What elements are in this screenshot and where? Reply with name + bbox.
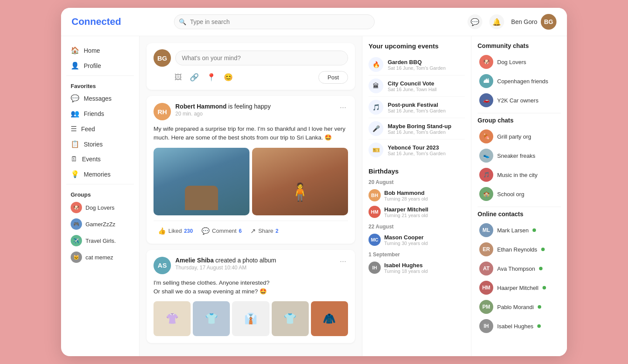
online-indicator — [532, 228, 536, 232]
chat-name-school: School org — [497, 191, 524, 197]
sidebar-group-cat[interactable]: 🐱 cat memez — [66, 249, 134, 265]
birthday-bob-hammond[interactable]: BH Bob Hammond Turning 28 years old — [369, 187, 465, 204]
birthday-mason-cooper[interactable]: MC Mason Cooper Turning 30 years old — [369, 231, 465, 248]
home-icon: 🏠 — [71, 46, 79, 54]
event-date-standup: Sat 16 June, Tom's Garden — [388, 129, 465, 135]
sidebar-memories-label: Memories — [84, 171, 110, 178]
user-menu[interactable]: Ben Goro BG — [511, 14, 556, 30]
chat-name-y2k: Y2K Car owners — [497, 97, 539, 104]
contact-ava-thompson[interactable]: AT Ava Thompson — [478, 259, 561, 278]
sidebar-feed-label: Feed — [81, 126, 95, 133]
event-date-festival: Sat 16 June, Tom's Garden — [388, 108, 465, 113]
sidebar-item-memories[interactable]: 💡 Memories — [66, 167, 134, 181]
online-contacts-title: Online contacts — [478, 211, 561, 218]
birthday-isabel-hughes[interactable]: IH Isabel Hughes Turning 18 years old — [369, 259, 465, 276]
post1-like-button[interactable]: 👍 Liked 230 — [154, 225, 197, 237]
online-indicator — [537, 324, 541, 328]
right-panel: Your upcoming events 🔥 Garden BBQ Sat 16… — [362, 36, 471, 356]
birthday-info-mason: Mason Cooper Turning 30 years old — [384, 234, 465, 246]
post1-image-2 — [252, 148, 348, 215]
online-indicator — [543, 286, 546, 289]
composer-input[interactable] — [175, 51, 348, 65]
chat-icon-button[interactable]: 💬 — [468, 14, 482, 29]
location-button[interactable]: 📍 — [206, 72, 217, 83]
post2-time: Thursday, 17 August 10:40 AM — [175, 265, 334, 271]
chat-school-org[interactable]: 🏫 School org — [478, 185, 561, 203]
birthday-date-sep1: 1 September — [369, 252, 465, 258]
post1-share-label: Share — [258, 228, 273, 234]
post1-time: 20 min. ago — [175, 111, 334, 117]
chat-avatar-dog-lovers: 🐶 — [479, 55, 493, 69]
birthday-name-mason: Mason Cooper — [384, 234, 465, 241]
community-divider-2 — [478, 207, 561, 207]
sidebar-item-profile[interactable]: 👤 Profile — [66, 58, 134, 73]
sidebar-item-friends[interactable]: 👥 Friends — [66, 106, 134, 121]
birthday-avatar-bob: BH — [369, 189, 381, 201]
chat-grill-party[interactable]: 🍖 Grill party org — [478, 127, 561, 146]
post2-more-button[interactable]: ··· — [338, 257, 348, 266]
community-panel: Community chats 🐶 Dog Lovers 🏙 Copenhage… — [471, 36, 567, 356]
header-right: 💬 🔔 Ben Goro BG — [468, 14, 556, 30]
sidebar-item-home[interactable]: 🏠 Home — [66, 43, 134, 58]
sidebar-item-events[interactable]: 🗓 Events — [66, 152, 134, 166]
event-beyonce[interactable]: 🎫 Yeboncé Tour 2023 Sat 16 June, Tom's G… — [369, 139, 465, 160]
event-name-festival: Post-punk Festival — [388, 102, 465, 108]
sidebar-item-stories[interactable]: 📋 Stories — [66, 137, 134, 151]
events-icon: 🗓 — [71, 155, 78, 163]
chat-sneaker-freaks[interactable]: 👟 Sneaker freaks — [478, 146, 561, 165]
chat-music-city[interactable]: 🎵 Music in the city — [478, 166, 561, 184]
contact-isabel-hughes[interactable]: IH Isabel Hughes — [478, 317, 561, 335]
birthday-haarper-mitchell[interactable]: HM Haarper Mitchell Turning 21 years old — [369, 204, 465, 220]
search-input[interactable] — [174, 14, 375, 29]
post1-comment-count: 6 — [239, 228, 242, 234]
post-card-2: AS Amelie Shiba created a photo album Th… — [147, 250, 355, 344]
link-attach-button[interactable]: 🔗 — [189, 72, 200, 83]
online-indicator — [539, 267, 543, 270]
chat-copenhagen[interactable]: 🏙 Copenhagen friends — [478, 72, 561, 90]
event-festival[interactable]: 🎵 Post-punk Festival Sat 16 June, Tom's … — [369, 97, 465, 118]
chat-y2k[interactable]: 🚗 Y2K Car owners — [478, 91, 561, 109]
notification-icon-button[interactable]: 🔔 — [489, 14, 504, 29]
contact-avatar-isabel: IH — [479, 319, 493, 333]
post1-share-button[interactable]: ↗ Share 2 — [246, 225, 283, 237]
sidebar-divider-2 — [66, 184, 134, 184]
clothes-img-3: 👔 — [232, 301, 269, 336]
sidebar-item-messages[interactable]: 💬 Messages — [66, 91, 134, 105]
sidebar-item-feed[interactable]: ☰ Feed — [66, 122, 134, 136]
event-city-council[interactable]: 🏛 City Council Vote Sat 16 June, Town Ha… — [369, 75, 465, 97]
birthday-avatar-haarper: HM — [369, 206, 381, 218]
clothes-img-5: 🧥 — [311, 301, 348, 336]
post1-more-button[interactable]: ··· — [338, 103, 348, 112]
chat-dog-lovers[interactable]: 🐶 Dog Lovers — [478, 53, 561, 71]
post1-author: Robert Hammond is feeling happy 20 min. … — [175, 103, 334, 117]
birthday-sub-bob: Turning 28 years old — [384, 196, 465, 201]
main-feed: BG 🖼 🔗 📍 😊 Post RH Robert Ham — [140, 36, 362, 356]
post1-share-count: 2 — [276, 228, 279, 234]
comment-icon: 💬 — [201, 227, 210, 235]
post2-author-name: Amelie Shiba created a photo album — [175, 257, 334, 264]
chat-name-dog-lovers: Dog Lovers — [497, 59, 526, 65]
contact-pablo-morandi[interactable]: PM Pablo Morandi — [478, 298, 561, 316]
event-icon-bbq: 🔥 — [369, 57, 383, 72]
contact-avatar-mark: ML — [479, 223, 493, 237]
birthday-sub-isabel: Turning 18 years old — [384, 269, 465, 274]
sidebar-group-gamer[interactable]: 🎮 GamerZzZz — [66, 216, 134, 232]
contact-ethan-reynolds[interactable]: ER Ethan Reynolds — [478, 240, 561, 259]
sidebar-group-travel[interactable]: ✈️ Travel Girls. — [66, 233, 134, 248]
sidebar-friends-label: Friends — [84, 110, 104, 117]
birthday-date-aug22: 22 August — [369, 224, 465, 230]
sidebar-group-dog-lovers[interactable]: 🐶 Dog Lovers — [66, 200, 134, 215]
image-attach-button[interactable]: 🖼 — [174, 72, 183, 83]
post-button[interactable]: Post — [318, 71, 348, 84]
chat-avatar-y2k: 🚗 — [479, 93, 493, 107]
post-card-1: RH Robert Hammond is feeling happy 20 mi… — [147, 96, 355, 244]
event-standup[interactable]: 🎤 Maybe Boring Stand-up Sat 16 June, Tom… — [369, 118, 465, 139]
birthdays-section: Birthdays 20 August BH Bob Hammond Turni… — [369, 167, 465, 276]
contact-mark-larsen[interactable]: ML Mark Larsen — [478, 221, 561, 239]
event-date-beyonce: Sat 16 June, Tom's Garden — [388, 151, 465, 156]
contact-haarper-mitchell[interactable]: HM Haarper Mitchell — [478, 279, 561, 297]
post2-avatar: AS — [154, 257, 171, 274]
event-garden-bbq[interactable]: 🔥 Garden BBQ Sat 16 June, Tom's Garden — [369, 54, 465, 75]
post1-comment-button[interactable]: 💬 Comment 6 — [197, 225, 246, 237]
emoji-button[interactable]: 😊 — [223, 72, 234, 83]
